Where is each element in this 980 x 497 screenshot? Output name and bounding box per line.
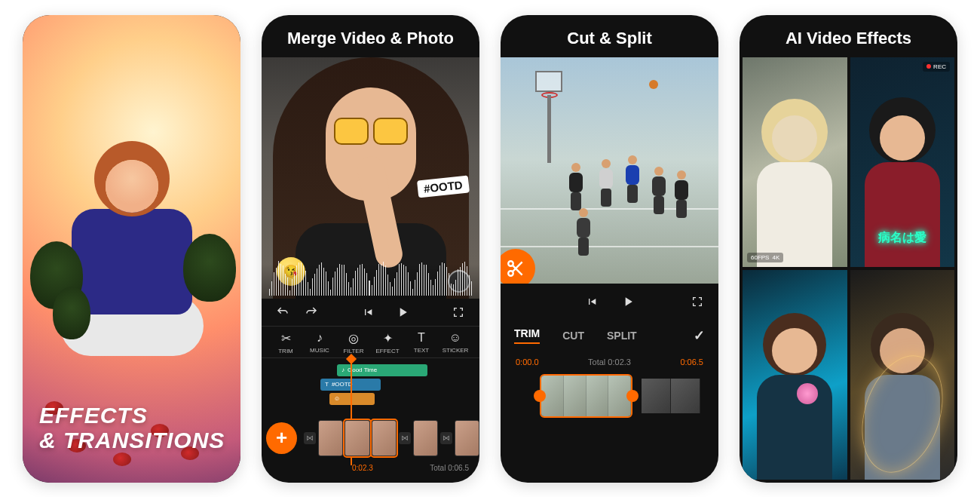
- playback-controls: [501, 284, 718, 320]
- screenshot-ai-video-effects: AI Video Effects 60FPS 4K REC 病名は愛: [740, 15, 957, 483]
- trim-remaining[interactable]: [642, 379, 700, 413]
- video-preview[interactable]: [501, 57, 718, 284]
- screenshot-effects-transitions: EFFECTS & TRANSITIONS: [23, 15, 240, 483]
- total-time: Total 0:06.5: [430, 464, 469, 472]
- tool-sticker[interactable]: ☺STICKER: [440, 331, 470, 354]
- effect-icon: ✦: [383, 331, 393, 345]
- fps-badge: 60FPS 4K: [747, 253, 783, 262]
- trim-end-time: 0:06.5: [680, 357, 703, 367]
- screenshot-cut-split: Cut & Split TRIM CUT SPLIT ✓: [501, 15, 718, 483]
- rec-badge: REC: [923, 62, 950, 72]
- confirm-button[interactable]: ✓: [694, 327, 705, 344]
- tool-music[interactable]: ♪MUSIC: [305, 331, 335, 354]
- scissors-icon: ✂: [281, 331, 291, 345]
- clip-thumbnail[interactable]: [372, 420, 397, 456]
- add-clip-button[interactable]: +: [266, 422, 297, 454]
- effects-grid: 60FPS 4K REC 病名は愛: [740, 57, 957, 483]
- video-preview[interactable]: #OOTD 😘: [262, 57, 479, 299]
- plant-leaf: [53, 287, 90, 339]
- timeline-time-row: . 0:02.3 Total 0:06.5: [262, 464, 479, 478]
- prev-frame-button[interactable]: [584, 294, 599, 309]
- tab-trim[interactable]: TRIM: [514, 327, 540, 344]
- ai-effect-sample[interactable]: [743, 270, 847, 480]
- sticker-icon: ☺: [449, 331, 461, 345]
- panel-title: AI Video Effects: [740, 15, 957, 57]
- tab-split[interactable]: SPLIT: [607, 330, 637, 342]
- svg-point-1: [508, 271, 513, 276]
- trim-start-time: 0:00.0: [516, 357, 539, 367]
- trim-total-time: Total 0:02.3: [588, 357, 631, 367]
- ai-effect-sample[interactable]: REC 病名は愛: [850, 57, 955, 267]
- trim-handle-left[interactable]: [534, 390, 546, 402]
- cut-icon-badge: [501, 249, 535, 284]
- trim-tab-bar: TRIM CUT SPLIT ✓: [501, 320, 718, 356]
- trim-track[interactable]: [519, 374, 700, 418]
- screenshot-merge-video-photo: Merge Video & Photo #OOTD 😘: [262, 15, 479, 483]
- current-time: 0:02.3: [352, 464, 373, 472]
- clip-thumbnail[interactable]: [345, 420, 369, 456]
- music-icon: ♪: [317, 331, 323, 345]
- record-dot-icon: [926, 64, 931, 69]
- bubble-gum: [797, 383, 818, 404]
- clip-thumbnail[interactable]: [413, 420, 438, 456]
- tab-cut[interactable]: CUT: [562, 330, 584, 342]
- trim-time-labels: 0:00.0 Total 0:02.3 0:06.5: [501, 356, 718, 371]
- ai-effect-sample[interactable]: 60FPS 4K: [743, 57, 847, 267]
- panel-title: Cut & Split: [501, 15, 718, 57]
- basketball: [649, 80, 658, 89]
- fullscreen-button[interactable]: [690, 294, 705, 309]
- basketball-hoop: [531, 71, 565, 154]
- transition-slot[interactable]: ⋈: [399, 432, 411, 444]
- clip-thumbnail[interactable]: [455, 420, 479, 456]
- ai-effect-sample[interactable]: [850, 270, 955, 480]
- tool-filter[interactable]: ◎FILTER: [338, 331, 369, 354]
- transition-slot[interactable]: ⋈: [304, 432, 316, 444]
- court-line: [501, 246, 718, 247]
- plant-leaf: [183, 234, 236, 302]
- audio-waveform: [262, 264, 479, 299]
- panel-title: Merge Video & Photo: [262, 15, 479, 57]
- play-button[interactable]: [620, 294, 635, 309]
- undo-button[interactable]: [275, 305, 290, 320]
- smiley-icon: ☺: [334, 395, 340, 402]
- tool-effect[interactable]: ✦EFFECT: [372, 331, 403, 354]
- fullscreen-button[interactable]: [451, 305, 466, 320]
- petal: [113, 453, 131, 466]
- transition-slot[interactable]: ⋈: [440, 432, 452, 444]
- prev-frame-button[interactable]: [360, 305, 375, 320]
- neon-text-overlay: 病名は愛: [878, 230, 926, 246]
- clip-thumbnail[interactable]: [318, 420, 343, 456]
- trim-selection[interactable]: [540, 374, 632, 418]
- redo-button[interactable]: [304, 305, 319, 320]
- tool-trim[interactable]: ✂TRIM: [271, 331, 301, 354]
- text-icon: T: [418, 331, 425, 345]
- caption-line-2: & TRANSITIONS: [39, 428, 225, 453]
- caption-line-1: EFFECTS: [39, 403, 225, 428]
- timeline-tracks[interactable]: ♪Good Time T#OOTD ☺: [262, 358, 479, 413]
- play-button[interactable]: [395, 305, 410, 320]
- editor-toolbar: ✂TRIM ♪MUSIC ◎FILTER ✦EFFECT TTEXT ☺STIC…: [262, 326, 479, 358]
- filter-icon: ◎: [348, 331, 359, 345]
- playback-controls: [262, 299, 479, 326]
- sticker-track[interactable]: ☺: [329, 393, 375, 405]
- tool-text[interactable]: TTEXT: [406, 331, 436, 354]
- music-note-icon: ♪: [341, 367, 345, 373]
- clip-strip[interactable]: + ⋈ ⋈ ⋈: [262, 413, 479, 464]
- text-t-icon: T: [325, 381, 329, 388]
- svg-point-0: [508, 261, 513, 266]
- trim-handle-right[interactable]: [626, 390, 639, 402]
- feature-caption: EFFECTS & TRANSITIONS: [39, 403, 225, 453]
